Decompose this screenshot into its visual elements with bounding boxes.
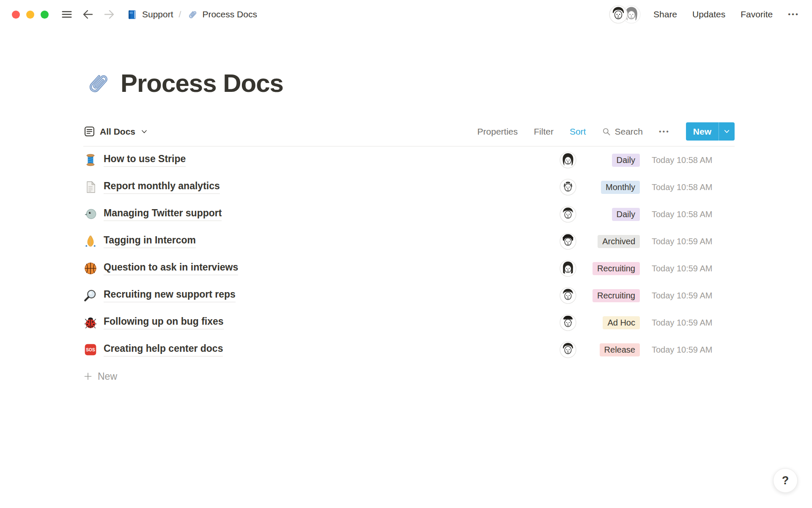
man-short-avatar	[560, 287, 576, 304]
doc-title[interactable]: Following up on bug fixes	[104, 316, 224, 329]
table-row[interactable]: How to use Stripe Daily Today 10:58 AM	[83, 146, 735, 174]
search-icon	[602, 127, 611, 136]
last-edited-time: Today 10:59 AM	[640, 345, 735, 355]
breadcrumb-label: Process Docs	[202, 9, 257, 19]
doc-title[interactable]: Creating help center docs	[104, 343, 223, 356]
back-arrow-icon[interactable]	[81, 8, 95, 21]
tag-badge[interactable]: Daily	[612, 154, 640, 167]
tag-badge[interactable]: Recruiting	[593, 262, 640, 275]
tag-badge[interactable]: Recruiting	[593, 289, 640, 302]
doc-title[interactable]: Tagging in Intercom	[104, 235, 196, 248]
sos-icon: SOS	[83, 342, 100, 357]
add-new-row-button[interactable]: New	[83, 363, 735, 389]
new-button[interactable]: New	[686, 122, 735, 141]
chevron-down-icon	[140, 128, 148, 135]
bird-icon	[83, 207, 100, 222]
tag-badge[interactable]: Release	[600, 343, 640, 356]
last-edited-time: Today 10:59 AM	[640, 318, 735, 328]
help-button[interactable]: ?	[773, 468, 798, 493]
man-curly-avatar	[560, 233, 576, 250]
favorite-button[interactable]: Favorite	[741, 9, 773, 19]
last-edited-time: Today 10:59 AM	[640, 237, 735, 246]
thread-icon	[83, 152, 100, 168]
view-switcher[interactable]: All Docs	[83, 125, 148, 138]
magnifier-icon	[83, 288, 100, 303]
new-button-dropdown[interactable]	[719, 122, 735, 141]
table-row[interactable]: Report monthly analytics Monthly Today 1…	[83, 174, 735, 201]
docs-table-body: How to use Stripe Daily Today 10:58 AM R…	[83, 146, 735, 363]
tag-badge[interactable]: Archived	[598, 235, 640, 248]
ladybug-icon	[83, 315, 100, 330]
window-titlebar: Support / Process Docs Share Updates Fav…	[0, 0, 812, 29]
tag-badge[interactable]: Ad Hoc	[603, 316, 640, 329]
doc-title[interactable]: Report monthly analytics	[104, 180, 220, 194]
tag-badge[interactable]: Daily	[612, 208, 640, 221]
last-edited-time: Today 10:59 AM	[640, 291, 735, 301]
filter-button[interactable]: Filter	[534, 127, 554, 137]
table-view-icon	[83, 125, 96, 138]
doc-title[interactable]: Recruiting new support reps	[104, 289, 236, 302]
paperclip-icon	[187, 9, 198, 20]
zoom-window-button[interactable]	[41, 11, 49, 19]
table-row[interactable]: Recruiting new support reps Recruiting T…	[83, 282, 735, 309]
last-edited-time: Today 10:58 AM	[640, 182, 735, 192]
blue-book-icon	[126, 9, 138, 20]
breadcrumb: Support / Process Docs	[126, 9, 257, 20]
man-dark-avatar	[560, 341, 576, 358]
man-dark-avatar[interactable]	[609, 5, 628, 24]
more-options-icon[interactable]: •••	[788, 10, 799, 19]
page-content: Process Docs All Docs Properties Filter …	[83, 69, 735, 389]
toolbar-controls: Properties Filter Sort Search •••	[477, 127, 670, 137]
properties-button[interactable]: Properties	[477, 127, 518, 137]
new-button-label[interactable]: New	[686, 122, 719, 141]
man-bald-avatar	[560, 179, 576, 196]
doc-title[interactable]: How to use Stripe	[104, 153, 186, 167]
page-title[interactable]: Process Docs	[121, 69, 283, 98]
search-button[interactable]: Search	[602, 127, 643, 137]
folded-hands-icon	[83, 234, 100, 249]
doc-title[interactable]: Question to ask in interviews	[104, 262, 238, 275]
view-name: All Docs	[100, 127, 135, 137]
table-row[interactable]: SOS Creating help center docs Release To…	[83, 336, 735, 363]
add-new-row-label: New	[98, 371, 117, 382]
paperclip-icon[interactable]	[83, 69, 111, 97]
breadcrumb-separator: /	[179, 9, 181, 19]
share-button[interactable]: Share	[653, 9, 677, 19]
toolbar-more-icon[interactable]: •••	[659, 128, 670, 135]
topbar-actions: Share Updates Favorite •••	[653, 9, 799, 19]
last-edited-time: Today 10:58 AM	[640, 155, 735, 165]
forward-arrow-icon	[102, 8, 116, 21]
woman-bob-avatar	[560, 260, 576, 277]
breadcrumb-process-docs[interactable]: Process Docs	[187, 9, 257, 20]
breadcrumb-label: Support	[142, 9, 173, 19]
updates-button[interactable]: Updates	[692, 9, 725, 19]
man-glasses-avatar	[560, 314, 576, 331]
table-row[interactable]: Question to ask in interviews Recruiting…	[83, 255, 735, 282]
minimize-window-button[interactable]	[26, 11, 34, 19]
last-edited-time: Today 10:58 AM	[640, 210, 735, 219]
woman-wavy-avatar	[560, 152, 576, 168]
database-toolbar: All Docs Properties Filter Sort Search •…	[83, 122, 735, 146]
search-label: Search	[614, 127, 643, 137]
active-collaborators	[609, 5, 641, 24]
page-icon	[83, 179, 100, 195]
table-row[interactable]: Following up on bug fixes Ad Hoc Today 1…	[83, 309, 735, 336]
close-window-button[interactable]	[12, 11, 20, 19]
plus-icon	[83, 372, 93, 381]
table-row[interactable]: Tagging in Intercom Archived Today 10:59…	[83, 228, 735, 255]
chevron-down-icon	[723, 128, 730, 135]
basketball-icon	[83, 261, 100, 276]
breadcrumb-support[interactable]: Support	[126, 9, 173, 20]
sort-button[interactable]: Sort	[570, 127, 586, 137]
last-edited-time: Today 10:59 AM	[640, 264, 735, 273]
table-row[interactable]: Managing Twitter support Daily Today 10:…	[83, 201, 735, 228]
page-header: Process Docs	[83, 69, 735, 98]
doc-title[interactable]: Managing Twitter support	[104, 207, 222, 221]
sidebar-menu-icon[interactable]	[60, 8, 74, 21]
tag-badge[interactable]: Monthly	[601, 181, 640, 194]
traffic-lights	[12, 11, 49, 19]
svg-text:SOS: SOS	[86, 348, 95, 352]
man-short-avatar	[560, 206, 576, 223]
